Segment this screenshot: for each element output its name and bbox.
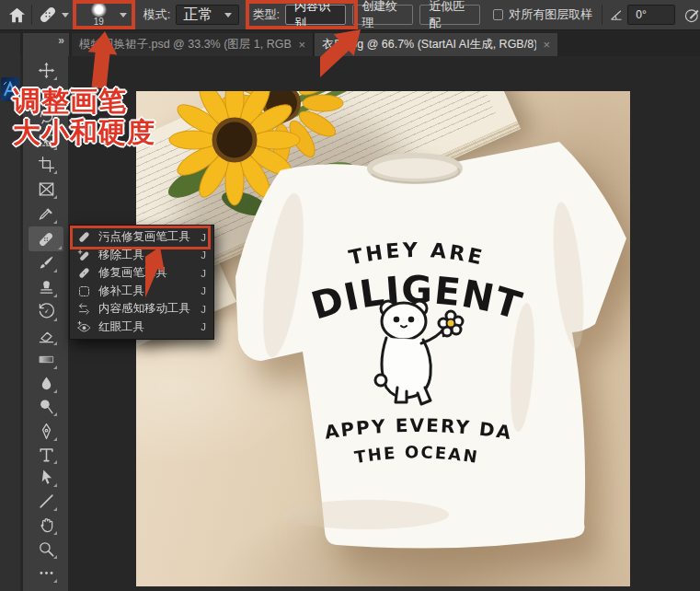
- close-icon[interactable]: ×: [298, 38, 305, 52]
- annotation-note-line-2: 大小和硬度: [13, 117, 155, 148]
- tool-frame[interactable]: [33, 178, 59, 201]
- mode-label: 模式:: [143, 6, 171, 23]
- tool-path-selection[interactable]: [33, 466, 59, 489]
- tool-hand[interactable]: [33, 514, 59, 537]
- eraser-icon: [38, 327, 55, 344]
- tool-more[interactable]: [33, 562, 59, 585]
- toolbox-header: »: [23, 33, 69, 56]
- annotation-note: 调整画笔 大小和硬度: [13, 86, 155, 148]
- type-proximity-match-button[interactable]: 近似匹配: [419, 5, 480, 25]
- tool-pen[interactable]: [33, 420, 59, 443]
- tool-history-brush[interactable]: [33, 300, 59, 323]
- svg-text:THE OCEAN: THE OCEAN: [353, 442, 480, 467]
- selection-arrow-icon: [38, 469, 55, 486]
- tool-brush[interactable]: [33, 251, 59, 274]
- separator: [31, 5, 32, 25]
- tool-move[interactable]: [33, 59, 59, 82]
- type-create-texture-button[interactable]: 创建纹理: [352, 5, 413, 25]
- tool-crop[interactable]: [33, 153, 59, 176]
- eyedropper-icon: [38, 205, 55, 223]
- mode-value: 正常: [183, 6, 212, 25]
- clone-stamp-icon: [38, 279, 55, 296]
- line-icon: [38, 492, 55, 510]
- hand-icon: [38, 516, 55, 534]
- frame-icon: [38, 180, 55, 198]
- mode-dropdown[interactable]: 正常: [176, 5, 239, 25]
- content-aware-move-icon: [77, 302, 91, 316]
- photoshop-window: 19 模式: 正常 类型: 内容识别 创建纹理 近似匹配 对所有图层取样 0°: [0, 0, 700, 591]
- remove-tool-icon: [77, 249, 91, 262]
- tool-type[interactable]: [33, 443, 59, 466]
- red-eye-icon: [77, 320, 91, 334]
- tool-blur[interactable]: [33, 372, 59, 395]
- tool-line[interactable]: [33, 490, 59, 513]
- pen-pressure-icon: [684, 7, 700, 23]
- sample-all-layers-label: 对所有图层取样: [509, 6, 592, 23]
- type-icon: [38, 446, 55, 463]
- move-icon: [38, 62, 55, 79]
- ellipsis-icon: [38, 564, 55, 582]
- annotation-box-brush-size: [73, 0, 135, 29]
- magnifier-icon: [38, 540, 55, 558]
- tool-eraser[interactable]: [33, 324, 59, 347]
- brush-icon: [38, 254, 55, 272]
- annotation-box-type: [246, 0, 358, 29]
- gradient-icon: [38, 351, 55, 368]
- plugin-dock-header: [0, 33, 20, 56]
- annotation-arrow-type: [320, 28, 432, 96]
- angle-input[interactable]: 0°: [627, 5, 675, 25]
- tool-gradient[interactable]: [33, 348, 59, 371]
- tool-spot-healing-brush[interactable]: [29, 226, 63, 251]
- tool-edit-toolbar[interactable]: [33, 585, 59, 591]
- chevron-down-icon: [62, 13, 69, 17]
- tool-dodge[interactable]: [33, 395, 59, 418]
- annotation-arrow-menu: [145, 243, 206, 337]
- pen-icon: [38, 423, 55, 440]
- angle-value: 0°: [636, 8, 646, 21]
- crop-icon: [38, 156, 55, 173]
- sample-all-layers-checkbox[interactable]: [493, 9, 503, 20]
- dodge-icon: [38, 398, 55, 415]
- history-brush-icon: [38, 303, 55, 320]
- tool-zoom[interactable]: [33, 538, 59, 561]
- svg-text:THEY ARE: THEY ARE: [347, 238, 487, 270]
- tool-clone-stamp[interactable]: [33, 276, 59, 299]
- annotation-arrow-brush: [81, 30, 127, 91]
- healing-brush-icon: [77, 266, 91, 280]
- home-button[interactable]: [8, 7, 26, 23]
- separator: [602, 5, 602, 25]
- edit-toolbar-icon: [38, 587, 55, 591]
- print-line-4: THE OCEAN: [353, 442, 480, 467]
- spot-healing-brush-icon: [38, 5, 58, 25]
- patch-tool-icon: [77, 284, 91, 298]
- home-icon: [8, 7, 26, 23]
- tool-eyedropper[interactable]: [33, 203, 59, 226]
- print-line-1: THEY ARE: [347, 238, 487, 270]
- angle-icon: [610, 8, 623, 22]
- blur-drop-icon: [38, 375, 55, 392]
- collapse-panel-button[interactable]: »: [58, 34, 64, 47]
- close-icon[interactable]: ×: [543, 38, 550, 52]
- current-tool-button[interactable]: [38, 5, 69, 25]
- pen-pressure-button[interactable]: [684, 7, 700, 23]
- chevron-down-icon: [224, 13, 232, 17]
- spot-healing-brush-icon: [37, 230, 55, 249]
- bear-illustration: [375, 301, 463, 404]
- annotation-note-line-1: 调整画笔: [13, 86, 155, 117]
